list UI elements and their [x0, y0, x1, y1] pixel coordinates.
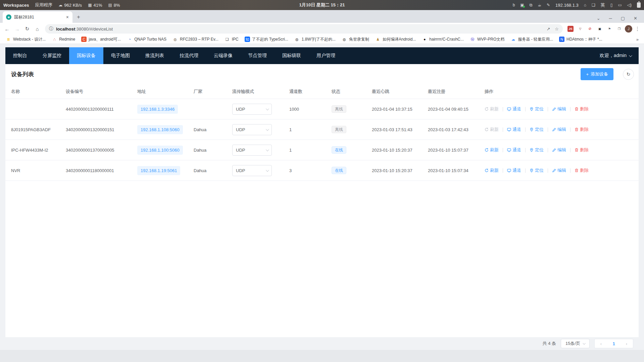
bookmark-java-android[interactable]: Cjava、android可... — [79, 36, 123, 43]
channel-action[interactable]: 通道 — [507, 167, 521, 173]
column-header: 地址 — [137, 89, 194, 95]
bookmark-qnap[interactable]: ◔QNAP Turbo NAS — [125, 36, 169, 43]
stream-mode-select[interactable]: UDP — [232, 165, 272, 176]
forward-button[interactable]: → — [13, 24, 21, 33]
edit-action[interactable]: 编辑 — [552, 167, 566, 173]
workspaces-button[interactable]: Workspaces — [3, 3, 29, 8]
delete-action[interactable]: 删除 — [575, 106, 589, 112]
back-button[interactable]: ← — [3, 24, 11, 33]
bing-tray-icon[interactable]: b — [513, 3, 515, 7]
window-close-button[interactable]: ✕ — [634, 16, 637, 21]
current-page-button[interactable]: 1 — [607, 341, 620, 346]
new-tab-button[interactable]: + — [74, 12, 83, 22]
clipboard-tray-icon[interactable]: ⧉ — [530, 3, 533, 7]
adblock-extension-icon[interactable]: ∅ — [587, 26, 593, 32]
channel-action[interactable]: 通道 — [507, 106, 521, 112]
address-chip[interactable]: 192.168.1.108:5060 — [137, 125, 183, 134]
stream-mode-select[interactable]: UDP — [232, 124, 272, 135]
browser-tab[interactable]: ◈ 国标28181 × — [3, 11, 72, 23]
edit-action[interactable]: 编辑 — [552, 106, 566, 112]
nav-item-3[interactable]: 国标设备 — [69, 47, 103, 64]
bookmark-rfc2833[interactable]: ◍RFC2833 – RTP Ev... — [170, 36, 221, 43]
edit-action[interactable]: 编辑 — [552, 147, 566, 153]
color-picker-tray-icon[interactable]: ✎ — [547, 3, 550, 7]
delete-action[interactable]: 删除 — [575, 126, 589, 133]
channel-action[interactable]: 通道 — [507, 126, 521, 133]
prev-page-button[interactable]: ‹ — [595, 341, 607, 346]
bookmark-18w[interactable]: ◍1.8W字|了不起的... — [292, 36, 338, 43]
nav-item-9[interactable]: 国标级联 — [275, 47, 309, 64]
refresh-action[interactable]: 刷新 — [485, 167, 499, 173]
locate-action[interactable]: 定位 — [530, 167, 544, 173]
reload-button[interactable]: ↻ — [23, 24, 32, 33]
puzzle-extension-icon[interactable]: ⚑ — [606, 26, 612, 32]
display-icon[interactable]: ▭ — [618, 3, 622, 7]
delete-action[interactable]: 删除 — [575, 147, 589, 153]
applications-menu[interactable]: 应用程序 — [35, 2, 52, 8]
bookmark-redmine[interactable]: ∴Redmine — [49, 36, 78, 43]
bookmark-github-crash[interactable]: ●hairrrrr/C-CrashC... — [419, 36, 466, 43]
locate-action[interactable]: 定位 — [530, 147, 544, 153]
screenshot-tray-icon[interactable]: ▣ — [520, 3, 524, 7]
nav-item-6[interactable]: 拉流代理 — [172, 47, 206, 64]
profile-avatar[interactable]: J — [625, 25, 632, 33]
add-device-button[interactable]: + 添加设备 — [581, 68, 613, 80]
home-tray-icon[interactable]: ⌂ — [584, 3, 586, 7]
del-icon — [575, 168, 579, 172]
tab-close-icon[interactable]: × — [65, 14, 70, 20]
page-size-select[interactable]: 15条/页 — [561, 339, 590, 348]
bookmark-webstack[interactable]: ≣Webstack - 设计... — [3, 36, 48, 43]
nav-item-2[interactable]: 分屏监控 — [35, 47, 69, 64]
divider — [525, 127, 526, 132]
nav-item-4[interactable]: 电子地图 — [103, 47, 138, 64]
input-language-indicator[interactable]: 英 — [601, 2, 605, 8]
bookmark-ipc-folder[interactable]: ❏IPC — [222, 36, 241, 43]
user-menu[interactable]: 欢迎，admin — [600, 53, 639, 59]
bookmark-android-compile[interactable]: ♟如何编译Android... — [373, 36, 418, 43]
ip-address-indicator[interactable]: 192.168.1.3 — [555, 3, 579, 8]
window-restore-button[interactable]: ▢ — [621, 16, 625, 21]
browser-menu-icon[interactable]: ⋮ — [634, 26, 641, 32]
refresh-action[interactable]: 刷新 — [485, 147, 499, 153]
channel-action[interactable]: 通道 — [507, 147, 521, 153]
nav-item-5[interactable]: 推流列表 — [138, 47, 172, 64]
coffee-tray-icon[interactable]: ☕ — [538, 3, 541, 7]
phone-link-icon[interactable]: ▯ — [610, 3, 613, 7]
address-chip[interactable]: 192.168.1.19:5061 — [137, 166, 180, 175]
site-info-icon[interactable]: ⓘ — [49, 26, 53, 32]
volume-icon[interactable]: ◁) — [627, 3, 632, 7]
locate-action[interactable]: 定位 — [530, 126, 544, 133]
stream-mode-select[interactable]: UDP — [232, 145, 272, 156]
bookmarks-overflow-icon[interactable]: » — [634, 37, 641, 42]
tab-search-icon[interactable]: ⌄ — [597, 16, 600, 21]
locate-action[interactable]: 定位 — [530, 106, 544, 112]
workspace-layout-icon[interactable]: ❏ — [592, 3, 595, 7]
frame-extension-icon[interactable]: ▣ — [597, 26, 603, 32]
edit-action[interactable]: 编辑 — [552, 126, 566, 133]
nav-item-1[interactable]: 控制台 — [5, 47, 35, 64]
address-chip[interactable]: 192.168.1.100:5060 — [137, 146, 183, 155]
bookmark-star-icon[interactable]: ☆ — [555, 27, 559, 32]
bookmark-zhihu-typescript[interactable]: 知了不起的 TypeScri... — [242, 36, 291, 43]
nav-item-10[interactable]: 用户管理 — [309, 47, 343, 64]
stream-mode-select[interactable]: UDP — [232, 104, 272, 115]
delete-action[interactable]: 删除 — [575, 167, 589, 173]
share-icon[interactable]: ↗ — [546, 27, 550, 32]
channel-icon — [507, 168, 511, 172]
bookmark-wvp-doc[interactable]: ⓌWVP-PRO文档 — [467, 36, 507, 43]
wine-extension-icon[interactable]: ▽ — [577, 26, 583, 32]
bookmark-hdatmos[interactable]: NHDAtmos :: 种子 *... — [557, 36, 605, 43]
window-minimize-button[interactable]: ─ — [609, 16, 612, 21]
browser-home-button[interactable]: ⌂ — [33, 24, 42, 33]
tab-extension-icon[interactable]: ❐ — [616, 26, 622, 32]
bookmark-server-cloud[interactable]: ☁服务器 - 轻量应用... — [508, 36, 555, 43]
nav-item-8[interactable]: 节点管理 — [240, 47, 275, 64]
next-page-button[interactable]: › — [620, 341, 633, 346]
address-chip[interactable]: 192.168.1.3:3346 — [137, 105, 178, 114]
bookmark-copy-free[interactable]: ◍免登录复制 — [339, 36, 371, 43]
action-label: 删除 — [580, 167, 589, 173]
js-extension-icon[interactable]: JS — [567, 26, 574, 32]
refresh-list-button[interactable]: ↻ — [623, 69, 634, 80]
address-bar[interactable]: ⓘ localhost:38080/#/deviceList ↗ ☆ — [45, 24, 563, 34]
nav-item-7[interactable]: 云端录像 — [206, 47, 240, 64]
